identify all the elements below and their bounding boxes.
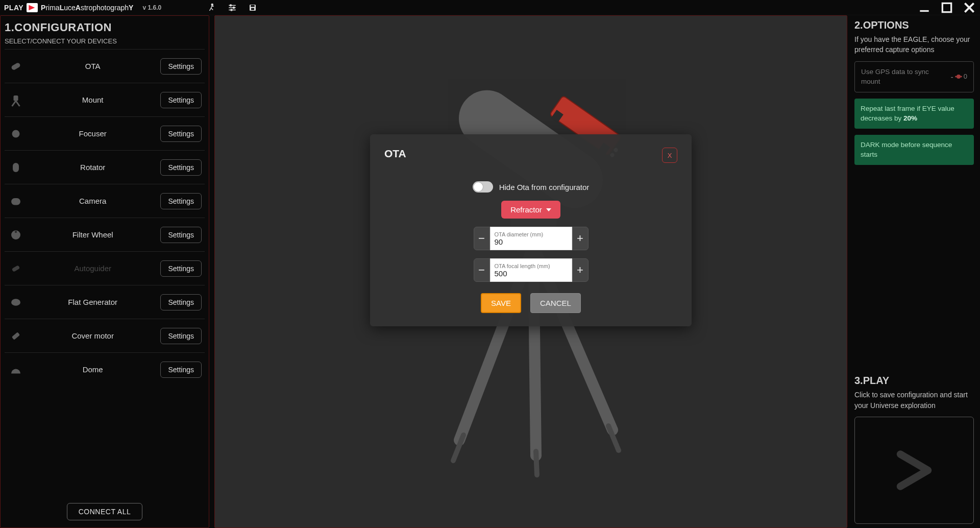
configuration-subheading: SELECT/CONNECT YOUR DEVICES xyxy=(5,37,205,45)
device-row-rotator: RotatorSettings xyxy=(5,150,205,184)
repeat-frame-option[interactable]: Repeat last frame if EYE value decreases… xyxy=(854,99,974,129)
diameter-increment-button[interactable]: + xyxy=(572,227,589,250)
svg-marker-0 xyxy=(29,5,35,10)
settings-button-covermotor[interactable]: Settings xyxy=(160,328,202,344)
settings-button-mount[interactable]: Settings xyxy=(160,92,202,108)
covermotor-icon xyxy=(7,327,25,345)
svg-rect-19 xyxy=(12,130,20,137)
device-label-rotator: Rotator xyxy=(29,163,156,172)
svg-point-5 xyxy=(230,5,232,6)
svg-rect-12 xyxy=(942,3,951,12)
configuration-heading: 1.CONFIGURATION xyxy=(5,21,205,34)
device-row-flatgen: Flat GeneratorSettings xyxy=(5,285,205,319)
app-logo xyxy=(27,3,38,12)
svg-point-1 xyxy=(211,4,213,5)
svg-rect-43 xyxy=(961,76,962,78)
svg-line-18 xyxy=(16,101,20,106)
focal-increment-button[interactable]: + xyxy=(572,258,589,282)
gps-option[interactable]: Use GPS data to sync mount - 0 xyxy=(854,61,974,92)
ota-type-dropdown[interactable]: Refractor xyxy=(501,201,560,219)
svg-line-40 xyxy=(536,451,537,475)
options-heading: 2.OPTIONS xyxy=(854,19,974,31)
svg-point-6 xyxy=(233,7,235,8)
ota-type-label: Refractor xyxy=(510,205,542,214)
preview-canvas: OTA X Hide Ota from configurator Refract… xyxy=(214,15,847,528)
cancel-button[interactable]: CANCEL xyxy=(530,293,581,313)
svg-point-7 xyxy=(231,9,232,11)
focal-length-stepper: − OTA focal length (mm) + xyxy=(474,258,589,282)
device-label-camera: Camera xyxy=(29,197,156,205)
svg-line-17 xyxy=(12,101,16,106)
filterwheel-icon xyxy=(7,226,25,244)
diameter-stepper: − OTA diameter (mm) + xyxy=(474,227,589,250)
configuration-panel: 1.CONFIGURATION SELECT/CONNECT YOUR DEVI… xyxy=(0,15,209,528)
settings-button-dome[interactable]: Settings xyxy=(160,362,202,378)
settings-button-flatgen[interactable]: Settings xyxy=(160,294,202,310)
device-row-mount: MountSettings xyxy=(5,83,205,116)
device-label-flatgen: Flat Generator xyxy=(29,298,156,306)
settings-button-filterwheel[interactable]: Settings xyxy=(160,227,202,243)
dark-mode-label: DARK mode before sequence starts xyxy=(861,141,952,159)
hide-ota-label: Hide Ota from configurator xyxy=(499,183,590,191)
walking-person-icon[interactable] xyxy=(207,3,216,12)
device-label-covermotor: Cover motor xyxy=(29,331,156,340)
device-label-filterwheel: Filter Wheel xyxy=(29,230,156,239)
play-icon xyxy=(891,447,937,493)
dark-mode-option[interactable]: DARK mode before sequence starts xyxy=(854,135,974,165)
maximize-icon[interactable] xyxy=(940,1,953,14)
flatgen-icon xyxy=(7,293,25,311)
play-heading: 3.PLAY xyxy=(854,375,974,387)
focal-field-label: OTA focal length (mm) xyxy=(495,263,568,269)
svg-rect-42 xyxy=(955,76,957,78)
settings-button-ota[interactable]: Settings xyxy=(160,58,202,75)
minimize-icon[interactable] xyxy=(918,1,931,14)
device-row-ota: OTASettings xyxy=(5,49,205,83)
save-disk-icon[interactable] xyxy=(248,3,257,12)
focal-input[interactable] xyxy=(495,269,568,278)
device-row-dome: DomeSettings xyxy=(5,352,205,386)
gps-count: 0 xyxy=(964,72,967,82)
autoguider-icon xyxy=(7,259,25,278)
svg-rect-24 xyxy=(12,265,20,272)
settings-button-focuser[interactable]: Settings xyxy=(160,126,202,142)
right-column: 2.OPTIONS If you have the EAGLE, choose … xyxy=(852,15,980,528)
settings-button-rotator[interactable]: Settings xyxy=(160,159,202,176)
close-icon[interactable] xyxy=(963,1,976,14)
dome-icon xyxy=(7,361,25,379)
svg-rect-20 xyxy=(13,163,19,172)
play-button[interactable] xyxy=(854,417,974,524)
settings-button-autoguider[interactable]: Settings xyxy=(160,260,202,277)
rotator-icon xyxy=(7,158,25,177)
sliders-icon[interactable] xyxy=(228,3,237,12)
device-row-covermotor: Cover motorSettings xyxy=(5,319,205,352)
connect-all-button[interactable]: CONNECT ALL xyxy=(67,503,143,520)
svg-rect-26 xyxy=(12,332,20,340)
mount-icon xyxy=(7,91,25,109)
settings-button-camera[interactable]: Settings xyxy=(160,193,202,209)
save-button[interactable]: SAVE xyxy=(481,293,521,313)
device-row-camera: CameraSettings xyxy=(5,184,205,218)
version-label: v 1.6.0 xyxy=(142,4,161,11)
diameter-input[interactable] xyxy=(495,237,568,246)
focal-decrement-button[interactable]: − xyxy=(474,258,490,282)
focuser-icon xyxy=(7,125,25,143)
svg-point-41 xyxy=(957,75,961,79)
svg-point-25 xyxy=(11,299,20,306)
device-label-focuser: Focuser xyxy=(29,129,156,138)
device-row-focuser: FocuserSettings xyxy=(5,116,205,150)
diameter-decrement-button[interactable]: − xyxy=(474,227,490,250)
dialog-close-button[interactable]: X xyxy=(662,148,677,163)
svg-rect-16 xyxy=(14,95,18,101)
svg-rect-10 xyxy=(251,8,254,10)
device-row-filterwheel: Filter WheelSettings xyxy=(5,218,205,251)
brand-name: PrimaLuceAstrophotographY xyxy=(41,4,133,12)
ota-icon xyxy=(7,57,25,76)
titlebar-play-label: PLAY xyxy=(4,4,23,12)
gps-dash: - xyxy=(950,71,953,83)
device-label-ota: OTA xyxy=(29,62,156,70)
svg-rect-21 xyxy=(11,198,20,205)
ota-settings-dialog: OTA X Hide Ota from configurator Refract… xyxy=(370,134,692,326)
hide-ota-toggle[interactable] xyxy=(473,181,493,193)
svg-point-23 xyxy=(15,230,17,233)
satellite-icon xyxy=(954,73,963,81)
